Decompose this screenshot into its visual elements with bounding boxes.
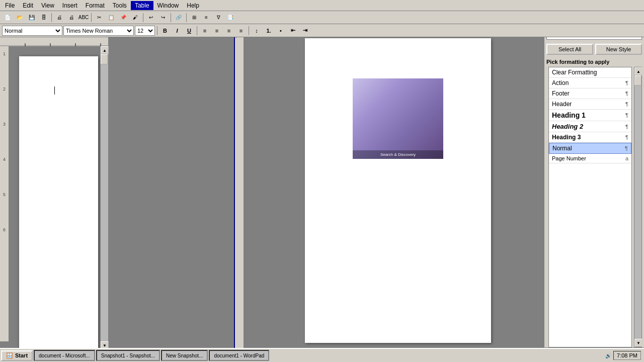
cols-btn[interactable]: ≡: [201, 13, 212, 23]
style-scroll-track[interactable]: [634, 75, 641, 339]
style-scroll-up[interactable]: ▲: [634, 67, 642, 75]
volume-icon: 🔊: [605, 353, 611, 358]
increase-indent-btn[interactable]: ⇥: [299, 26, 310, 36]
spell-btn[interactable]: ABC: [78, 13, 89, 23]
pick-formatting-label: Pick formatting to apply: [544, 57, 644, 67]
select-all-btn[interactable]: Select All: [546, 44, 593, 55]
copy-btn[interactable]: 📋: [106, 13, 117, 23]
taskbar-item-label-0: document - Microsoft...: [39, 353, 90, 358]
open-btn[interactable]: 📂: [14, 13, 25, 23]
menu-bar: File Edit View Insert Format Tools Table…: [0, 0, 644, 11]
print-btn[interactable]: 🖨: [66, 13, 77, 23]
style-list-scrollbar: ▲ ▼: [634, 67, 642, 347]
taskbar-right: 🔊 7:08 PM: [605, 351, 643, 360]
system-clock: 7:08 PM: [613, 351, 641, 360]
format-toolbar: Normal Times New Roman 12 B I U ≡ ≡ ≡ ≡ …: [0, 24, 644, 37]
sw-document-image: Search & Discovery: [353, 78, 443, 159]
align-right-btn[interactable]: ≡: [223, 26, 234, 36]
menu-tools[interactable]: Tools: [109, 1, 131, 10]
document-page[interactable]: Search & Discovery: [19, 56, 98, 349]
left-margin: 1 2 3 4 5 6: [0, 46, 9, 341]
menu-file[interactable]: File: [1, 1, 19, 10]
size-selector[interactable]: 12: [135, 26, 155, 36]
sep6: [157, 26, 157, 35]
style-item-footer[interactable]: Footer ¶: [549, 88, 631, 99]
taskbar-item-label-1: Snapshot1 - Snapshot...: [101, 353, 155, 358]
new-style-btn[interactable]: New Style: [595, 44, 642, 55]
sep3: [143, 13, 143, 22]
taskbar-item-3[interactable]: document1 - WordPad: [209, 350, 269, 361]
menu-table[interactable]: Table: [131, 1, 153, 10]
taskbar-item-0[interactable]: document - Microsoft...: [34, 350, 95, 361]
sep4: [171, 13, 171, 22]
scroll-thumb[interactable]: [101, 54, 108, 64]
style-list[interactable]: Clear Formatting Action ¶ Footer ¶ Heade…: [548, 67, 632, 347]
menu-edit[interactable]: Edit: [19, 1, 37, 10]
underline-btn[interactable]: U: [184, 26, 195, 36]
format-painter-btn[interactable]: 🖌: [130, 13, 141, 23]
text-cursor: [54, 86, 55, 95]
style-selector[interactable]: Normal: [2, 26, 62, 36]
menu-window[interactable]: Window: [153, 1, 183, 10]
cut-btn[interactable]: ✂: [94, 13, 105, 23]
font-selector[interactable]: Times New Roman: [63, 26, 134, 36]
taskbar: 🪟 Start document - Microsoft... Snapshot…: [0, 348, 644, 362]
sep5: [186, 13, 187, 22]
line-spacing-btn[interactable]: ↕: [251, 26, 262, 36]
sep2: [91, 13, 92, 22]
save-btn[interactable]: 💾: [26, 13, 37, 23]
sep8: [249, 26, 249, 35]
sep1: [51, 13, 52, 22]
style-item-heading1[interactable]: Heading 1 ¶: [549, 110, 631, 121]
style-item-normal[interactable]: Normal ¶: [549, 143, 631, 154]
menu-insert[interactable]: Insert: [58, 1, 82, 10]
sw-doc-area[interactable]: Search & Discovery: [244, 33, 552, 348]
print-preview-btn[interactable]: 🖨: [54, 13, 65, 23]
scroll-track[interactable]: [101, 54, 108, 341]
decrease-indent-btn[interactable]: ⇤: [287, 26, 298, 36]
redo-btn[interactable]: ↪: [157, 13, 169, 23]
undo-btn[interactable]: ↩: [145, 13, 156, 23]
save-as-btn[interactable]: 🗄: [38, 13, 49, 23]
align-center-btn[interactable]: ≡: [211, 26, 222, 36]
taskbar-item-label-2: New Snapshot...: [166, 353, 203, 358]
style-item-pagenumber[interactable]: Page Number a: [549, 154, 631, 163]
menu-format[interactable]: Format: [82, 1, 109, 10]
main-scrollbar[interactable]: ▲ ▼: [100, 46, 108, 349]
taskbar-item-label-3: document1 - WordPad: [214, 353, 264, 358]
main-content-area[interactable]: Search & Discovery: [9, 46, 108, 349]
taskbar-item-2[interactable]: New Snapshot...: [161, 350, 208, 361]
style-item-clear-formatting[interactable]: Clear Formatting: [549, 67, 631, 78]
svg-rect-0: [0, 37, 108, 46]
styles-action-buttons: Select All New Style: [546, 44, 642, 55]
style-scroll-thumb[interactable]: [634, 75, 641, 85]
sw-document-page[interactable]: Search & Discovery: [305, 38, 491, 343]
start-button[interactable]: 🪟 Start: [1, 350, 33, 361]
doc-map-btn[interactable]: 📑: [225, 13, 236, 23]
standard-toolbar: 📄 📂 💾 🗄 🖨 🖨 ABC ✂ 📋 📌 🖌 ↩ ↪ 🔗 ⊞ ≡ ∇ 📑: [0, 11, 644, 24]
numbering-btn[interactable]: 1.: [263, 26, 274, 36]
ruler: 1 4: [0, 37, 108, 46]
bold-btn[interactable]: B: [159, 26, 171, 36]
style-item-heading2[interactable]: Heading 2 ¶: [549, 121, 631, 132]
align-left-btn[interactable]: ≡: [199, 26, 210, 36]
taskbar-item-1[interactable]: Snapshot1 - Snapshot...: [96, 350, 160, 361]
bullets-btn[interactable]: •: [275, 26, 286, 36]
italic-btn[interactable]: I: [172, 26, 183, 36]
styles-formatting-panel: ◄ ► Styles and Formatting × Formatting o…: [543, 0, 644, 362]
style-item-header[interactable]: Header ¶: [549, 99, 631, 110]
hyperlink-btn[interactable]: 🔗: [173, 13, 184, 23]
style-item-heading3[interactable]: Heading 3 ¶: [549, 132, 631, 143]
sw-left-margin: L: [235, 33, 244, 348]
style-list-container: Clear Formatting Action ¶ Footer ¶ Heade…: [546, 67, 642, 347]
drawing-btn[interactable]: ∇: [213, 13, 224, 23]
paste-btn[interactable]: 📌: [118, 13, 129, 23]
menu-view[interactable]: View: [37, 1, 58, 10]
menu-help[interactable]: Help: [183, 1, 203, 10]
style-scroll-down[interactable]: ▼: [634, 339, 642, 347]
scroll-up-arrow[interactable]: ▲: [101, 46, 109, 54]
new-btn[interactable]: 📄: [2, 13, 13, 23]
style-item-action[interactable]: Action ¶: [549, 78, 631, 88]
table-btn[interactable]: ⊞: [189, 13, 200, 23]
justify-btn[interactable]: ≡: [235, 26, 247, 36]
